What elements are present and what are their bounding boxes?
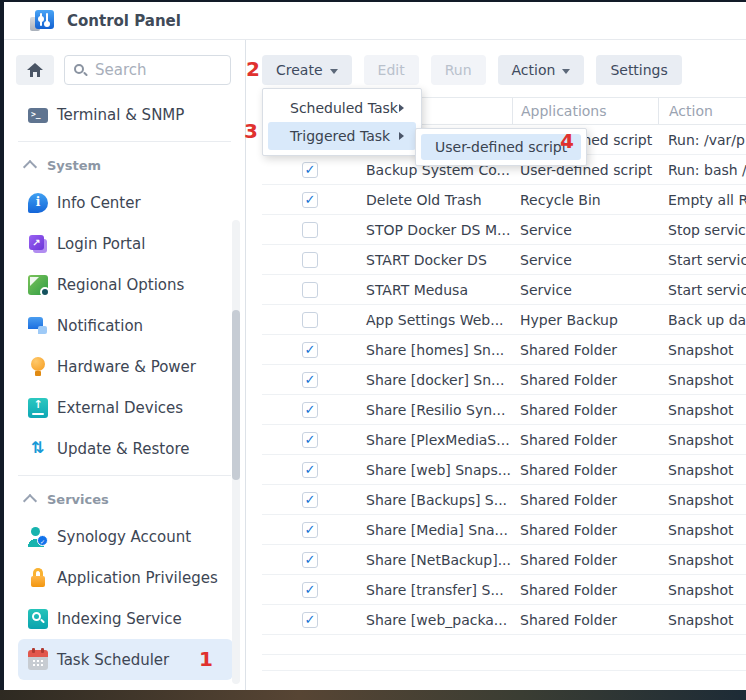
- check-cell: [262, 552, 318, 568]
- task-name-cell: START Medusa: [318, 282, 512, 298]
- sidebar-item-indexing-service[interactable]: Indexing Service: [4, 598, 245, 639]
- row-checkbox[interactable]: [302, 372, 318, 388]
- home-button[interactable]: [16, 55, 54, 85]
- action-cell: Back up da: [658, 312, 746, 328]
- table-row[interactable]: Share [homes] Sn...Shared FolderSnapshot: [262, 335, 746, 365]
- regional-options-icon: [28, 275, 48, 295]
- action-button[interactable]: Action: [498, 55, 585, 85]
- sidebar-item-regional-options[interactable]: Regional Options: [4, 264, 245, 305]
- action-cell: Run: /var/p: [658, 132, 746, 148]
- sidebar-section-system[interactable]: System: [4, 148, 245, 182]
- check-cell: [262, 252, 318, 268]
- menu-item-triggered-task[interactable]: Triggered Task: [268, 122, 416, 150]
- table-row[interactable]: Share [Media] Sna...Shared FolderSnapsho…: [262, 515, 746, 545]
- applications-cell: Shared Folder: [512, 492, 658, 508]
- search-icon: [73, 63, 88, 78]
- application-privileges-icon: [28, 568, 48, 588]
- menu-item-label: User-defined script: [435, 139, 567, 155]
- action-cell: Stop servic: [658, 222, 746, 238]
- task-name-cell: Share [NetBackup]...: [318, 552, 512, 568]
- task-name-cell: App Settings Web...: [318, 312, 512, 328]
- table-row[interactable]: Share [PlexMediaS...Shared FolderSnapsho…: [262, 425, 746, 455]
- task-name-cell: Share [web_packa...: [318, 612, 512, 628]
- run-button[interactable]: Run: [431, 55, 486, 85]
- applications-cell: Shared Folder: [512, 402, 658, 418]
- row-checkbox[interactable]: [302, 582, 318, 598]
- sidebar-item-external-devices[interactable]: External Devices: [4, 387, 245, 428]
- settings-button[interactable]: Settings: [596, 55, 681, 85]
- hardware-power-icon: [28, 357, 48, 377]
- search-box[interactable]: [64, 55, 231, 85]
- sidebar-divider: [18, 141, 231, 142]
- table-row[interactable]: Share [docker] Sn...Shared FolderSnapsho…: [262, 365, 746, 395]
- row-checkbox[interactable]: [302, 312, 318, 328]
- row-checkbox[interactable]: [302, 222, 318, 238]
- table-row[interactable]: Share [NetBackup]...Shared FolderSnapsho…: [262, 545, 746, 575]
- table-row[interactable]: Share [web] Snaps...Shared FolderSnapsho…: [262, 455, 746, 485]
- sidebar-item-info-center[interactable]: Info Center: [4, 182, 245, 223]
- row-checkbox[interactable]: [302, 402, 318, 418]
- window-title: Control Panel: [67, 12, 181, 30]
- sidebar-item-label: Login Portal: [57, 235, 145, 253]
- sidebar-item-label: Update & Restore: [57, 440, 189, 458]
- sidebar-item-synology-account[interactable]: Synology Account: [4, 516, 245, 557]
- toolbar: CreateEditRunActionSettings: [246, 40, 746, 85]
- menu-item-scheduled-task[interactable]: Scheduled Task: [268, 94, 416, 122]
- check-cell: [262, 312, 318, 328]
- check-cell: [262, 492, 318, 508]
- caret-down-icon: [562, 69, 570, 74]
- table-row[interactable]: Share [web_packa...Shared FolderSnapshot: [262, 605, 746, 635]
- table-row[interactable]: START MedusaServiceStart servic: [262, 275, 746, 305]
- slider-glyph: [46, 13, 48, 26]
- sidebar-item-terminal-snmp[interactable]: Terminal & SNMP: [4, 94, 245, 135]
- table-row[interactable]: Share [transfer] S...Shared FolderSnapsh…: [262, 575, 746, 605]
- action-cell: Snapshot: [658, 432, 746, 448]
- task-scheduler-icon: [28, 650, 48, 670]
- action-cell: Snapshot: [658, 372, 746, 388]
- table-row[interactable]: START Docker DSServiceStart servic: [262, 245, 746, 275]
- row-checkbox[interactable]: [302, 462, 318, 478]
- row-checkbox[interactable]: [302, 492, 318, 508]
- action-cell: Snapshot: [658, 342, 746, 358]
- row-checkbox[interactable]: [302, 282, 318, 298]
- sidebar-item-hardware-power[interactable]: Hardware & Power: [4, 346, 245, 387]
- row-checkbox[interactable]: [302, 522, 318, 538]
- sidebar-item-label: Regional Options: [57, 276, 184, 294]
- row-checkbox[interactable]: [302, 162, 318, 178]
- sidebar-item-notification[interactable]: Notification: [4, 305, 245, 346]
- row-checkbox[interactable]: [302, 342, 318, 358]
- create-button[interactable]: Create: [262, 55, 352, 85]
- applications-cell: Service: [512, 282, 658, 298]
- header-applications[interactable]: Applications: [512, 98, 658, 124]
- header-action[interactable]: Action: [658, 98, 746, 124]
- row-checkbox[interactable]: [302, 552, 318, 568]
- table-row[interactable]: App Settings Web...Hyper BackupBack up d…: [262, 305, 746, 335]
- sidebar-item-login-portal[interactable]: Login Portal: [4, 223, 245, 264]
- sidebar-item-label: Hardware & Power: [57, 358, 196, 376]
- table-row[interactable]: Share [Resilio Syn...Shared FolderSnapsh…: [262, 395, 746, 425]
- action-cell: Snapshot: [658, 462, 746, 478]
- grid-empty-line: [262, 655, 746, 671]
- row-checkbox[interactable]: [302, 612, 318, 628]
- menu-item-user-defined-script[interactable]: User-defined script: [421, 134, 581, 160]
- applications-cell: Service: [512, 252, 658, 268]
- sidebar-item-update-restore[interactable]: Update & Restore: [4, 428, 245, 469]
- table-row[interactable]: Delete Old TrashRecycle BinEmpty all R: [262, 185, 746, 215]
- applications-cell: Hyper Backup: [512, 312, 658, 328]
- row-checkbox[interactable]: [302, 192, 318, 208]
- row-checkbox[interactable]: [302, 432, 318, 448]
- search-input[interactable]: [95, 61, 222, 79]
- action-cell: Snapshot: [658, 612, 746, 628]
- sidebar-scrollbar-thumb[interactable]: [232, 310, 240, 480]
- titlebar: Control Panel: [4, 2, 746, 40]
- slider-glyph: [40, 13, 42, 26]
- row-checkbox[interactable]: [302, 252, 318, 268]
- button-label: Settings: [610, 62, 667, 78]
- sidebar-section-services[interactable]: Services: [4, 482, 245, 516]
- check-cell: [262, 342, 318, 358]
- table-row[interactable]: Share [Backups] S...Shared FolderSnapsho…: [262, 485, 746, 515]
- table-row[interactable]: STOP Docker DS M...ServiceStop servic: [262, 215, 746, 245]
- edit-button[interactable]: Edit: [364, 55, 419, 85]
- menu-item-label: Triggered Task: [290, 128, 390, 144]
- sidebar-item-application-privileges[interactable]: Application Privileges: [4, 557, 245, 598]
